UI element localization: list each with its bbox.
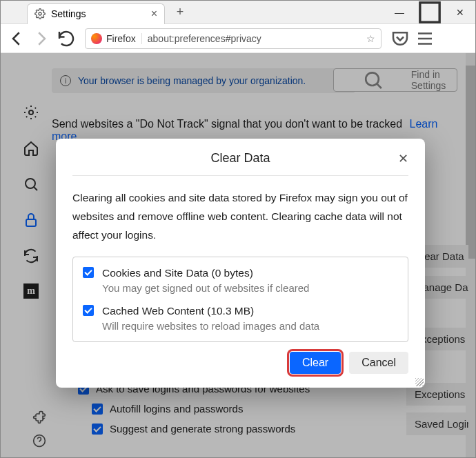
app-menu-button[interactable] bbox=[415, 28, 435, 49]
dialog-title: Clear Data bbox=[210, 151, 270, 165]
cancel-button[interactable]: Cancel bbox=[349, 352, 408, 374]
resize-grip-icon[interactable] bbox=[415, 378, 424, 386]
pocket-icon[interactable] bbox=[390, 28, 410, 49]
checkbox-checked-icon bbox=[83, 305, 94, 316]
reload-button[interactable] bbox=[56, 28, 77, 49]
cache-option-row[interactable]: Cached Web Content (10.3 MB) bbox=[83, 305, 398, 317]
gear-icon bbox=[34, 8, 46, 19]
address-bar[interactable]: Firefox about:preferences#privacy ☆ bbox=[85, 28, 381, 49]
bookmark-star-icon[interactable]: ☆ bbox=[366, 33, 375, 44]
firefox-logo-icon bbox=[91, 33, 102, 44]
forward-button[interactable] bbox=[31, 28, 52, 49]
window-minimize-button[interactable]: — bbox=[384, 1, 415, 24]
window-maximize-button[interactable] bbox=[415, 1, 445, 24]
back-button[interactable] bbox=[6, 28, 27, 49]
tab-close-icon[interactable]: × bbox=[151, 8, 157, 20]
cache-option-label: Cached Web Content (10.3 MB) bbox=[102, 305, 254, 317]
content-area: m i Your browser is being managed by you… bbox=[1, 53, 475, 457]
new-tab-button[interactable]: + bbox=[172, 5, 188, 19]
options-group: Cookies and Site Data (0 bytes) You may … bbox=[72, 257, 408, 342]
dialog-body-text: Clearing all cookies and site data store… bbox=[72, 176, 408, 257]
tab-title: Settings bbox=[51, 8, 86, 19]
cache-option-hint: Will require websites to reload images a… bbox=[102, 320, 398, 332]
browser-toolbar: Firefox about:preferences#privacy ☆ bbox=[1, 24, 475, 53]
checkbox-checked-icon bbox=[83, 267, 94, 278]
browser-tab[interactable]: Settings × bbox=[27, 3, 165, 24]
url-text: about:preferences#privacy bbox=[148, 33, 366, 44]
window-close-button[interactable]: ✕ bbox=[445, 1, 475, 24]
window-titlebar: Settings × + — ✕ bbox=[1, 1, 475, 24]
identity-label: Firefox bbox=[106, 33, 142, 44]
cookies-option-hint: You may get signed out of websites if cl… bbox=[102, 282, 398, 294]
svg-point-0 bbox=[39, 12, 41, 15]
clear-button[interactable]: Clear bbox=[290, 352, 341, 374]
dialog-close-button[interactable]: ✕ bbox=[398, 151, 408, 166]
clear-data-dialog: Clear Data ✕ Clearing all cookies and si… bbox=[56, 139, 425, 388]
svg-rect-1 bbox=[420, 2, 439, 21]
cookies-option-label: Cookies and Site Data (0 bytes) bbox=[102, 267, 253, 279]
cookies-option-row[interactable]: Cookies and Site Data (0 bytes) bbox=[83, 267, 398, 279]
